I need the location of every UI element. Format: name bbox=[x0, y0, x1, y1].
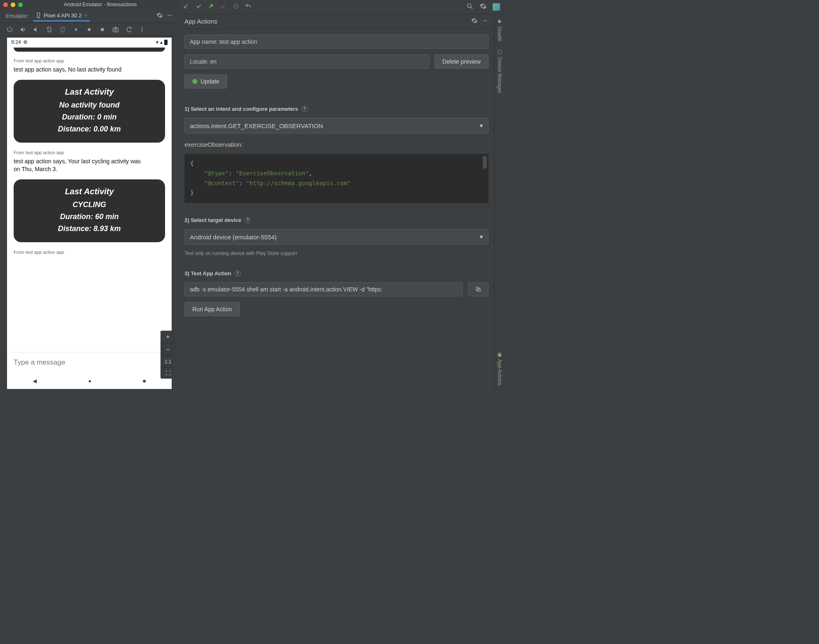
minimize-window-icon[interactable] bbox=[11, 2, 15, 7]
param-label: exerciseObservation: bbox=[184, 141, 489, 148]
screenshot-icon[interactable] bbox=[112, 26, 119, 33]
adb-command-field[interactable]: adb -s emulator-5554 shell am start -a a… bbox=[184, 282, 463, 296]
gradle-tool-button[interactable]: ◆ Gradle bbox=[497, 18, 503, 41]
user-avatar[interactable] bbox=[493, 3, 500, 11]
search-icon[interactable] bbox=[466, 2, 474, 11]
panel-gear-icon[interactable] bbox=[471, 17, 478, 25]
device-manager-tool-button[interactable]: ▢ Device Manager bbox=[497, 49, 503, 93]
nav-back-icon[interactable]: ◀ bbox=[33, 378, 37, 384]
scrollbar[interactable] bbox=[483, 156, 487, 169]
close-tab-icon[interactable]: × bbox=[84, 12, 87, 19]
run-app-action-button[interactable]: Run App Action bbox=[184, 302, 240, 316]
record-icon[interactable] bbox=[125, 26, 132, 33]
gradle-label: Gradle bbox=[497, 26, 503, 41]
device-helper-text: Test only on running device with Play St… bbox=[184, 250, 489, 256]
update-button-label: Update bbox=[201, 78, 219, 85]
minimize-panel-icon[interactable] bbox=[165, 10, 175, 21]
phone-status-bar: 9:24 ⚙ ▾ ▴ bbox=[7, 38, 172, 47]
emulator-device-tab[interactable]: Pixel 4 API 30 2 × bbox=[33, 11, 90, 21]
emulator-tabbar: Emulator: Pixel 4 API 30 2 × bbox=[0, 9, 179, 23]
history-icon[interactable] bbox=[232, 3, 239, 11]
locale-field[interactable]: Locale: en bbox=[184, 55, 429, 69]
checkmark-icon[interactable] bbox=[195, 3, 202, 11]
help-icon[interactable]: ? bbox=[244, 217, 251, 223]
zoom-out-button[interactable]: − bbox=[160, 343, 175, 356]
step3-label: 3) Test App Action ? bbox=[184, 270, 489, 277]
window-controls bbox=[3, 2, 23, 7]
copy-command-button[interactable] bbox=[468, 282, 489, 296]
intent-dropdown[interactable]: actions.intent.GET_EXERCISE_OBSERVATION … bbox=[184, 118, 489, 134]
card-title: Last Activity bbox=[19, 87, 160, 97]
svg-point-8 bbox=[115, 29, 116, 31]
volume-down-icon[interactable] bbox=[32, 26, 40, 33]
overview-nav-icon[interactable] bbox=[98, 26, 106, 33]
assistant-icon bbox=[498, 353, 502, 357]
device-icon: ▢ bbox=[497, 49, 503, 55]
card-line-duration: Duration: 60 min bbox=[19, 212, 160, 221]
phone-screen[interactable]: 9:24 ⚙ ▾ ▴ From test app action app test… bbox=[7, 38, 172, 389]
gradle-icon: ◆ bbox=[497, 18, 503, 24]
help-icon[interactable]: ? bbox=[302, 106, 308, 112]
delete-preview-button[interactable]: Delete preview bbox=[434, 55, 489, 69]
emulator-window-title: Android Emulator - fitnessactions bbox=[25, 2, 175, 7]
arrow-down-left-icon[interactable] bbox=[183, 3, 189, 11]
help-icon[interactable]: ? bbox=[235, 270, 241, 277]
svg-point-14 bbox=[467, 4, 471, 7]
rotate-right-icon[interactable] bbox=[59, 26, 66, 33]
zoom-expand-button[interactable]: ⛶ bbox=[160, 367, 175, 379]
nav-overview-icon[interactable]: ■ bbox=[143, 378, 146, 384]
app-name-field[interactable]: App name: test app action bbox=[184, 35, 489, 49]
home-nav-icon[interactable] bbox=[85, 26, 93, 33]
svg-point-9 bbox=[141, 27, 143, 28]
step1-text: 1) Select an intent and configure parame… bbox=[184, 106, 298, 112]
android-nav-bar: ◀ ● ■ bbox=[7, 372, 172, 389]
settings-icon[interactable] bbox=[479, 2, 487, 11]
param-json-editor[interactable]: { "@type": "ExerciseObservation", "@cont… bbox=[184, 154, 489, 203]
copy-icon bbox=[475, 286, 481, 293]
app-actions-tool-button[interactable]: App Actions bbox=[497, 353, 503, 385]
card-line-duration: Duration: 0 min bbox=[19, 113, 160, 122]
from-label: From test app action app bbox=[14, 150, 165, 155]
chevron-down-icon: ▾ bbox=[480, 122, 483, 129]
zoom-fit-button[interactable]: 1:1 bbox=[160, 356, 175, 367]
battery-icon bbox=[164, 40, 168, 45]
svg-point-10 bbox=[141, 29, 143, 30]
volume-up-icon[interactable] bbox=[19, 26, 26, 33]
step1-label: 1) Select an intent and configure parame… bbox=[184, 106, 489, 112]
rotate-left-icon[interactable] bbox=[46, 26, 53, 33]
status-clock: 9:24 bbox=[11, 39, 21, 45]
maximize-window-icon[interactable] bbox=[18, 2, 23, 7]
app-actions-panel: App Actions App name: test app action Lo… bbox=[179, 14, 494, 397]
back-nav-icon[interactable] bbox=[72, 26, 79, 33]
svg-rect-7 bbox=[113, 28, 118, 31]
close-window-icon[interactable] bbox=[3, 2, 8, 7]
device-value: Android device (emulator-5554) bbox=[190, 234, 277, 241]
step2-text: 2) Select target device bbox=[184, 217, 241, 223]
device-dropdown[interactable]: Android device (emulator-5554) ▾ bbox=[184, 229, 489, 245]
nav-home-icon[interactable]: ● bbox=[88, 378, 91, 384]
svg-rect-6 bbox=[101, 28, 103, 31]
step2-label: 2) Select target device ? bbox=[184, 217, 489, 223]
power-icon[interactable] bbox=[6, 26, 13, 33]
gear-icon[interactable] bbox=[155, 10, 165, 21]
more-icon[interactable] bbox=[138, 26, 146, 33]
svg-rect-4 bbox=[61, 27, 64, 31]
card-title: Last Activity bbox=[19, 187, 160, 196]
undo-icon[interactable] bbox=[245, 3, 251, 11]
svg-point-11 bbox=[141, 31, 143, 32]
emulator-label: Emulator: bbox=[6, 13, 29, 19]
message-input[interactable]: Type a message bbox=[7, 352, 172, 372]
phone-icon bbox=[36, 12, 41, 18]
update-button[interactable]: Update bbox=[184, 74, 227, 88]
card-line-activity: CYCLING bbox=[19, 200, 160, 209]
arrow-up-right-icon[interactable] bbox=[208, 3, 214, 11]
panel-minimize-icon[interactable] bbox=[482, 17, 489, 25]
commit-icon[interactable] bbox=[220, 3, 227, 11]
intent-value: actions.intent.GET_EXERCISE_OBSERVATION bbox=[190, 122, 323, 129]
card-peek bbox=[14, 48, 165, 52]
step3-text: 3) Test App Action bbox=[184, 270, 231, 277]
svg-point-5 bbox=[87, 28, 90, 31]
zoom-in-button[interactable]: + bbox=[160, 331, 175, 343]
emulator-pane: Android Emulator - fitnessactions Emulat… bbox=[0, 0, 179, 397]
activity-card: Last Activity No activity found Duration… bbox=[14, 80, 165, 143]
